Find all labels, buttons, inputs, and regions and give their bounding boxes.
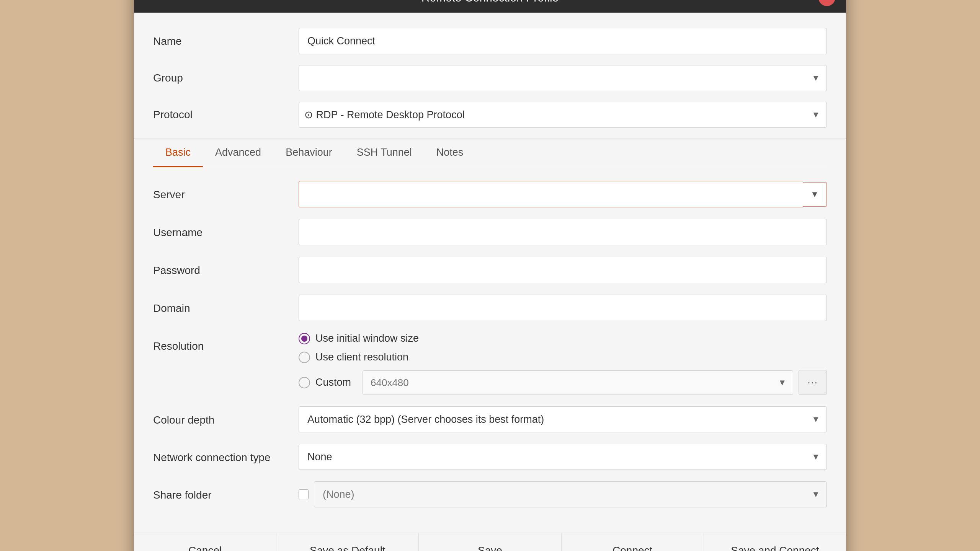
resolution-custom-label: Custom: [315, 377, 351, 388]
server-label: Server: [153, 181, 299, 201]
close-button[interactable]: ×: [818, 0, 835, 6]
username-row: Username: [153, 219, 827, 245]
resolution-custom-select[interactable]: 640x480 800x600 1024x768 1280x720 1920x1…: [363, 370, 793, 395]
resolution-row: Resolution Use initial window size Use c…: [153, 333, 827, 395]
resolution-label: Resolution: [153, 333, 299, 352]
tab-advanced[interactable]: Advanced: [203, 139, 273, 167]
server-control: ▼: [299, 181, 827, 207]
group-select[interactable]: [299, 65, 827, 91]
password-input[interactable]: [299, 257, 827, 283]
basic-tab-content: Server ▼ Username: [153, 167, 827, 533]
protocol-row: Protocol ⊙ RDP - Remote Desktop Protocol…: [153, 102, 827, 128]
network-type-select[interactable]: None: [299, 444, 827, 470]
resolution-group: Use initial window size Use client resol…: [299, 333, 827, 395]
network-type-row: Network connection type None ▼: [153, 444, 827, 470]
resolution-custom-row: Custom 640x480 800x600 1024x768 1280x720…: [299, 370, 827, 395]
titlebar: Remote Connection Profile ×: [134, 0, 846, 13]
name-input[interactable]: [299, 28, 827, 54]
resolution-option1-radio[interactable]: [299, 333, 310, 344]
group-label: Group: [153, 72, 299, 84]
resolution-option1-row: Use initial window size: [299, 333, 827, 344]
protocol-control: ⊙ RDP - Remote Desktop Protocol ▼: [299, 102, 827, 128]
resolution-option2-row: Use client resolution: [299, 351, 827, 363]
colour-depth-select-wrapper: Automatic (32 bpp) (Server chooses its b…: [299, 406, 827, 432]
share-folder-checkbox-row: (None) ▼: [299, 481, 827, 507]
cancel-button[interactable]: Cancel: [134, 533, 276, 551]
password-row: Password: [153, 257, 827, 283]
name-control: [299, 28, 827, 54]
username-label: Username: [153, 219, 299, 239]
server-input-wrapper: ▼: [299, 181, 827, 207]
colour-depth-control: Automatic (32 bpp) (Server chooses its b…: [299, 406, 827, 432]
tabs-bar: Basic Advanced Behaviour SSH Tunnel Note…: [153, 139, 827, 167]
share-folder-select-wrapper: (None) ▼: [314, 481, 827, 507]
name-label: Name: [153, 35, 299, 47]
password-control: [299, 257, 827, 283]
colour-depth-label: Colour depth: [153, 406, 299, 426]
share-folder-row: Share folder (None) ▼: [153, 481, 827, 507]
resolution-option2-label: Use client resolution: [315, 351, 408, 363]
resolution-custom-radio[interactable]: [299, 377, 310, 388]
password-label: Password: [153, 257, 299, 277]
protocol-label: Protocol: [153, 109, 299, 121]
domain-row: Domain: [153, 295, 827, 321]
dialog-body: Name Group ▼ Protocol: [134, 13, 846, 533]
domain-control: [299, 295, 827, 321]
share-folder-control: (None) ▼: [299, 481, 827, 507]
dialog-footer: Cancel Save as Default Save Connect Save…: [134, 533, 846, 551]
tab-basic[interactable]: Basic: [153, 139, 203, 167]
group-row: Group ▼: [153, 65, 827, 91]
resolution-custom-select-wrapper: 640x480 800x600 1024x768 1280x720 1920x1…: [363, 370, 793, 395]
username-control: [299, 219, 827, 245]
dialog-title: Remote Connection Profile: [421, 0, 559, 4]
colour-depth-row: Colour depth Automatic (32 bpp) (Server …: [153, 406, 827, 432]
share-folder-select[interactable]: (None): [314, 481, 827, 507]
domain-input[interactable]: [299, 295, 827, 321]
group-control: ▼: [299, 65, 827, 91]
resolution-option2-radio[interactable]: [299, 352, 310, 363]
group-select-wrapper: ▼: [299, 65, 827, 91]
name-row: Name: [153, 28, 827, 54]
domain-label: Domain: [153, 295, 299, 315]
tabs-container: Basic Advanced Behaviour SSH Tunnel Note…: [134, 139, 846, 533]
resolution-control: Use initial window size Use client resol…: [299, 333, 827, 395]
connect-button[interactable]: Connect: [562, 533, 704, 551]
tab-behaviour[interactable]: Behaviour: [273, 139, 345, 167]
server-input[interactable]: [299, 181, 803, 207]
save-default-button[interactable]: Save as Default: [276, 533, 419, 551]
protocol-select-wrapper: ⊙ RDP - Remote Desktop Protocol ▼: [299, 102, 827, 128]
tab-ssh-tunnel[interactable]: SSH Tunnel: [345, 139, 424, 167]
remote-connection-dialog: Remote Connection Profile × Name Group ▼: [134, 0, 846, 551]
share-folder-label: Share folder: [153, 481, 299, 501]
save-connect-button[interactable]: Save and Connect: [704, 533, 846, 551]
network-type-select-wrapper: None ▼: [299, 444, 827, 470]
server-dropdown-button[interactable]: ▼: [803, 182, 827, 207]
username-input[interactable]: [299, 219, 827, 245]
resolution-custom-more-button[interactable]: ···: [799, 370, 827, 395]
share-folder-checkbox[interactable]: [299, 489, 309, 499]
network-type-control: None ▼: [299, 444, 827, 470]
protocol-select[interactable]: ⊙ RDP - Remote Desktop Protocol: [299, 102, 827, 128]
network-type-label: Network connection type: [153, 444, 299, 464]
colour-depth-select[interactable]: Automatic (32 bpp) (Server chooses its b…: [299, 406, 827, 432]
save-button[interactable]: Save: [419, 533, 561, 551]
tab-notes[interactable]: Notes: [424, 139, 476, 167]
resolution-option1-label: Use initial window size: [315, 333, 419, 344]
server-row: Server ▼: [153, 181, 827, 207]
